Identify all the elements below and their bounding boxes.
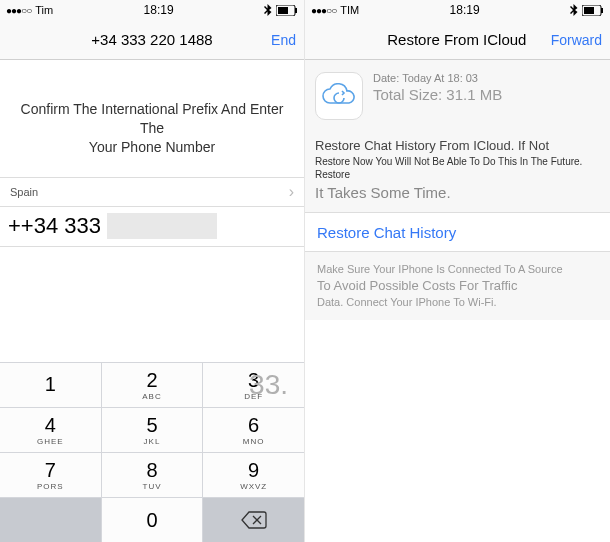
bluetooth-icon (264, 4, 272, 16)
cloud-restore-icon (315, 72, 363, 120)
status-time: 18:19 (450, 3, 480, 17)
key-delete[interactable] (203, 498, 304, 542)
key-blank (0, 498, 101, 542)
key-2[interactable]: 2 ABC (102, 363, 203, 407)
carrier-label: Tim (35, 4, 53, 16)
phone-cursor[interactable] (107, 213, 217, 239)
svg-rect-5 (584, 7, 594, 14)
svg-rect-4 (601, 8, 603, 13)
nav-bar: Restore From ICloud Forward (305, 20, 610, 60)
phone-entry-screen: ●●●○○ Tim 18:19 +34 333 220 1488 End Con… (0, 0, 305, 542)
status-bar: ●●●○○ Tim 18:19 (0, 0, 304, 20)
wifi-advice-text: Make Sure Your IPhone Is Connected To A … (305, 252, 610, 319)
svg-rect-1 (295, 8, 297, 13)
backup-info-row: Date: Today At 18: 03 Total Size: 31.1 M… (315, 72, 600, 120)
key-3[interactable]: 3 DEF 33. (203, 363, 304, 407)
key-3-ghost: 33. (249, 369, 288, 401)
carrier-label: TIM (340, 4, 359, 16)
key-9[interactable]: 9 Wxvz (203, 453, 304, 497)
forward-button[interactable]: Forward (551, 32, 602, 48)
status-time: 18:19 (144, 3, 174, 17)
battery-icon (582, 5, 604, 16)
backup-date: Date: Today At 18: 03 (373, 72, 600, 84)
key-0[interactable]: 0 (102, 498, 203, 542)
signal-dots-icon: ●●●○○ (311, 5, 336, 16)
key-4[interactable]: 4 Ghee (0, 408, 101, 452)
restore-icloud-screen: ●●●○○ TIM 18:19 Restore From ICloud Forw… (305, 0, 610, 542)
instruction-text: Confirm The International Prefix And Ent… (0, 60, 304, 177)
nav-title: Restore From ICloud (363, 31, 551, 48)
phone-input-row[interactable]: ++34 333 (0, 207, 304, 247)
nav-bar: +34 333 220 1488 End (0, 20, 304, 60)
phone-prefix: ++34 (0, 213, 64, 239)
svg-rect-2 (278, 7, 288, 14)
battery-icon (276, 5, 298, 16)
bluetooth-icon (570, 4, 578, 16)
phone-entered: 333 (64, 213, 107, 239)
key-8[interactable]: 8 TUV (102, 453, 203, 497)
key-5[interactable]: 5 JKL (102, 408, 203, 452)
backup-size: Total Size: 31.1 MB (373, 86, 600, 103)
end-button[interactable]: End (246, 32, 296, 48)
chevron-right-icon: › (289, 183, 294, 201)
country-selector[interactable]: Spain › (0, 177, 304, 207)
restore-description: Restore Chat History From ICloud. If Not… (305, 128, 610, 212)
status-bar: ●●●○○ TIM 18:19 (305, 0, 610, 20)
key-7[interactable]: 7 PoRS (0, 453, 101, 497)
nav-title: +34 333 220 1488 (58, 31, 246, 48)
restore-chat-history-button[interactable]: Restore Chat History (305, 212, 610, 252)
backspace-icon (241, 511, 267, 529)
key-6[interactable]: 6 MNO (203, 408, 304, 452)
country-label: Spain (10, 186, 38, 198)
key-1[interactable]: 1 (0, 363, 101, 407)
numeric-keypad: 1 2 ABC 3 DEF 33. 4 Ghee 5 JKL (0, 362, 304, 542)
signal-dots-icon: ●●●○○ (6, 5, 31, 16)
